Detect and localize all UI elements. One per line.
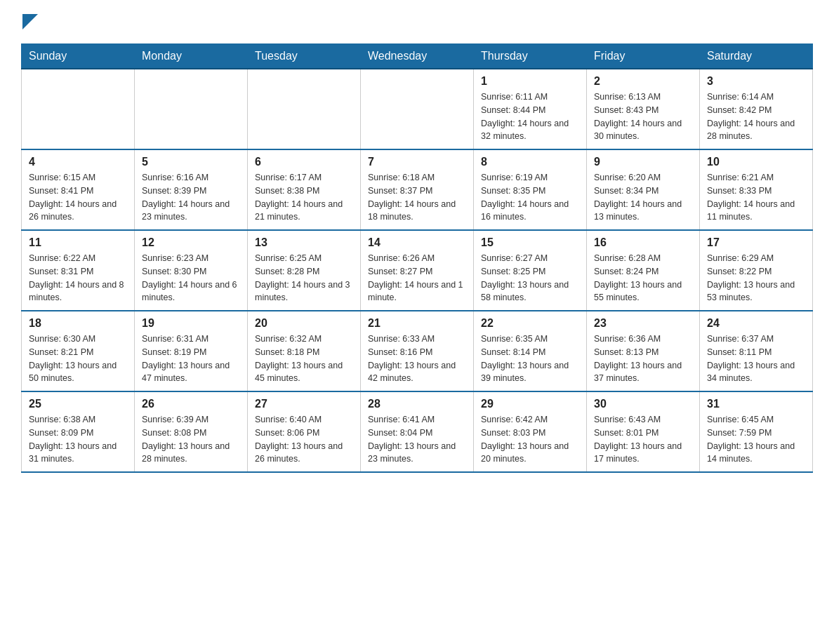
day-number: 15 [481,236,579,249]
day-info: Sunrise: 6:18 AM Sunset: 8:37 PM Dayligh… [368,171,466,224]
calendar-cell: 15Sunrise: 6:27 AM Sunset: 8:25 PM Dayli… [474,230,587,311]
day-info: Sunrise: 6:25 AM Sunset: 8:28 PM Dayligh… [255,252,353,304]
logo [21,14,42,29]
calendar-cell: 6Sunrise: 6:17 AM Sunset: 8:38 PM Daylig… [248,149,361,230]
calendar-week-row: 18Sunrise: 6:30 AM Sunset: 8:21 PM Dayli… [22,311,813,391]
day-info: Sunrise: 6:43 AM Sunset: 8:01 PM Dayligh… [594,413,692,466]
calendar-cell: 22Sunrise: 6:35 AM Sunset: 8:14 PM Dayli… [474,311,587,391]
calendar-cell: 18Sunrise: 6:30 AM Sunset: 8:21 PM Dayli… [22,311,135,391]
day-info: Sunrise: 6:36 AM Sunset: 8:13 PM Dayligh… [594,333,692,385]
calendar-cell: 31Sunrise: 6:45 AM Sunset: 7:59 PM Dayli… [700,391,813,472]
calendar-cell: 25Sunrise: 6:38 AM Sunset: 8:09 PM Dayli… [22,391,135,472]
day-header-saturday: Saturday [700,44,813,69]
day-number: 18 [29,317,127,330]
calendar-cell: 21Sunrise: 6:33 AM Sunset: 8:16 PM Dayli… [361,311,474,391]
day-number: 11 [29,236,127,249]
calendar-cell: 5Sunrise: 6:16 AM Sunset: 8:39 PM Daylig… [135,149,248,230]
day-info: Sunrise: 6:22 AM Sunset: 8:31 PM Dayligh… [29,252,127,304]
calendar-cell [22,69,135,149]
day-header-sunday: Sunday [22,44,135,69]
calendar-week-row: 25Sunrise: 6:38 AM Sunset: 8:09 PM Dayli… [22,391,813,472]
calendar-table: SundayMondayTuesdayWednesdayThursdayFrid… [21,43,813,473]
day-info: Sunrise: 6:40 AM Sunset: 8:06 PM Dayligh… [255,413,353,466]
day-info: Sunrise: 6:35 AM Sunset: 8:14 PM Dayligh… [481,333,579,385]
day-number: 28 [368,398,466,410]
day-info: Sunrise: 6:37 AM Sunset: 8:11 PM Dayligh… [707,333,805,385]
calendar-cell [248,69,361,149]
day-info: Sunrise: 6:14 AM Sunset: 8:42 PM Dayligh… [707,90,805,143]
day-info: Sunrise: 6:29 AM Sunset: 8:22 PM Dayligh… [707,252,805,304]
calendar-cell: 27Sunrise: 6:40 AM Sunset: 8:06 PM Dayli… [248,391,361,472]
calendar-cell: 3Sunrise: 6:14 AM Sunset: 8:42 PM Daylig… [700,69,813,149]
calendar-cell: 1Sunrise: 6:11 AM Sunset: 8:44 PM Daylig… [474,69,587,149]
calendar-cell: 28Sunrise: 6:41 AM Sunset: 8:04 PM Dayli… [361,391,474,472]
calendar-cell [361,69,474,149]
day-info: Sunrise: 6:33 AM Sunset: 8:16 PM Dayligh… [368,333,466,385]
day-number: 5 [142,156,240,168]
day-info: Sunrise: 6:32 AM Sunset: 8:18 PM Dayligh… [255,333,353,385]
day-number: 24 [707,317,805,330]
calendar-cell: 2Sunrise: 6:13 AM Sunset: 8:43 PM Daylig… [587,69,700,149]
day-header-friday: Friday [587,44,700,69]
day-info: Sunrise: 6:26 AM Sunset: 8:27 PM Dayligh… [368,252,466,304]
day-number: 19 [142,317,240,330]
calendar-cell: 20Sunrise: 6:32 AM Sunset: 8:18 PM Dayli… [248,311,361,391]
day-info: Sunrise: 6:28 AM Sunset: 8:24 PM Dayligh… [594,252,692,304]
calendar-cell [135,69,248,149]
day-info: Sunrise: 6:27 AM Sunset: 8:25 PM Dayligh… [481,252,579,304]
day-number: 20 [255,317,353,330]
day-number: 22 [481,317,579,330]
day-info: Sunrise: 6:11 AM Sunset: 8:44 PM Dayligh… [481,90,579,143]
day-header-tuesday: Tuesday [248,44,361,69]
logo-arrow-icon [22,14,38,29]
day-number: 25 [29,398,127,410]
day-info: Sunrise: 6:23 AM Sunset: 8:30 PM Dayligh… [142,252,240,304]
day-info: Sunrise: 6:17 AM Sunset: 8:38 PM Dayligh… [255,171,353,224]
calendar-cell: 14Sunrise: 6:26 AM Sunset: 8:27 PM Dayli… [361,230,474,311]
day-info: Sunrise: 6:38 AM Sunset: 8:09 PM Dayligh… [29,413,127,466]
calendar-cell: 24Sunrise: 6:37 AM Sunset: 8:11 PM Dayli… [700,311,813,391]
day-number: 2 [594,75,692,88]
calendar-week-row: 11Sunrise: 6:22 AM Sunset: 8:31 PM Dayli… [22,230,813,311]
day-header-thursday: Thursday [474,44,587,69]
day-number: 31 [707,398,805,410]
day-number: 3 [707,75,805,88]
svg-marker-0 [22,14,38,29]
day-number: 13 [255,236,353,249]
calendar-cell: 10Sunrise: 6:21 AM Sunset: 8:33 PM Dayli… [700,149,813,230]
day-number: 6 [255,156,353,168]
calendar-cell: 16Sunrise: 6:28 AM Sunset: 8:24 PM Dayli… [587,230,700,311]
day-number: 4 [29,156,127,168]
day-header-monday: Monday [135,44,248,69]
day-number: 17 [707,236,805,249]
calendar-cell: 23Sunrise: 6:36 AM Sunset: 8:13 PM Dayli… [587,311,700,391]
calendar-week-row: 4Sunrise: 6:15 AM Sunset: 8:41 PM Daylig… [22,149,813,230]
calendar-cell: 9Sunrise: 6:20 AM Sunset: 8:34 PM Daylig… [587,149,700,230]
day-number: 8 [481,156,579,168]
calendar-cell: 17Sunrise: 6:29 AM Sunset: 8:22 PM Dayli… [700,230,813,311]
calendar-cell: 4Sunrise: 6:15 AM Sunset: 8:41 PM Daylig… [22,149,135,230]
day-number: 1 [481,75,579,88]
day-header-wednesday: Wednesday [361,44,474,69]
calendar-cell: 30Sunrise: 6:43 AM Sunset: 8:01 PM Dayli… [587,391,700,472]
day-number: 12 [142,236,240,249]
day-number: 21 [368,317,466,330]
day-info: Sunrise: 6:15 AM Sunset: 8:41 PM Dayligh… [29,171,127,224]
calendar-cell: 11Sunrise: 6:22 AM Sunset: 8:31 PM Dayli… [22,230,135,311]
day-info: Sunrise: 6:16 AM Sunset: 8:39 PM Dayligh… [142,171,240,224]
calendar-cell: 26Sunrise: 6:39 AM Sunset: 8:08 PM Dayli… [135,391,248,472]
day-info: Sunrise: 6:45 AM Sunset: 7:59 PM Dayligh… [707,413,805,466]
day-info: Sunrise: 6:41 AM Sunset: 8:04 PM Dayligh… [368,413,466,466]
calendar-cell: 8Sunrise: 6:19 AM Sunset: 8:35 PM Daylig… [474,149,587,230]
day-number: 10 [707,156,805,168]
day-number: 7 [368,156,466,168]
calendar-cell: 13Sunrise: 6:25 AM Sunset: 8:28 PM Dayli… [248,230,361,311]
day-info: Sunrise: 6:31 AM Sunset: 8:19 PM Dayligh… [142,333,240,385]
day-info: Sunrise: 6:39 AM Sunset: 8:08 PM Dayligh… [142,413,240,466]
calendar-cell: 29Sunrise: 6:42 AM Sunset: 8:03 PM Dayli… [474,391,587,472]
calendar-cell: 12Sunrise: 6:23 AM Sunset: 8:30 PM Dayli… [135,230,248,311]
calendar-week-row: 1Sunrise: 6:11 AM Sunset: 8:44 PM Daylig… [22,69,813,149]
day-number: 14 [368,236,466,249]
calendar-cell: 19Sunrise: 6:31 AM Sunset: 8:19 PM Dayli… [135,311,248,391]
page-header [21,14,813,29]
